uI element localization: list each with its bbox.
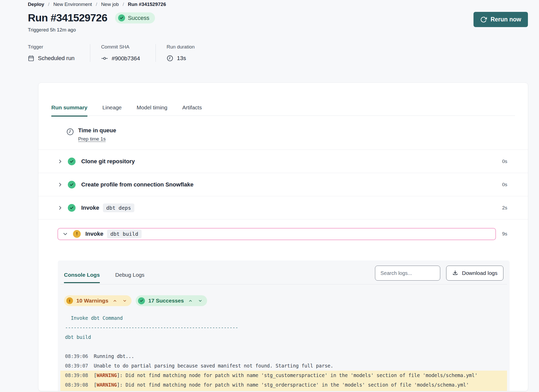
log-line: 08:39:06Running dbt... xyxy=(60,352,507,361)
step-duration: 9s xyxy=(502,231,507,237)
triggered-timestamp: Triggered 5h 12m ago xyxy=(28,27,155,33)
log-line-warning: 08:39:08[WARNING]: Did not find matching… xyxy=(60,380,507,390)
chevron-right-icon[interactable] xyxy=(58,205,63,210)
meta-trigger-value: Scheduled run xyxy=(38,55,75,62)
log-line-warning: 08:39:08[WARNING]: Test 'test.admin_matu… xyxy=(60,390,507,391)
step-duration: 2s xyxy=(502,205,507,211)
step-name: Clone git repository xyxy=(81,158,135,165)
step-name: Invoke xyxy=(85,231,103,237)
breadcrumb-item-deploy[interactable]: Deploy xyxy=(28,2,44,7)
step-duration: 0s xyxy=(502,182,507,187)
step-command-chip: dbt deps xyxy=(103,203,134,212)
clock-icon xyxy=(66,127,74,150)
console-logs-panel: Console Logs Debug Logs Download logs ! … xyxy=(58,260,510,391)
time-in-queue-title: Time in queue xyxy=(78,127,116,134)
meta-run-duration: Run duration 13s xyxy=(156,44,210,62)
step-row-clone-git-repository[interactable]: Clone git repository 0s xyxy=(38,150,528,173)
tab-console-logs[interactable]: Console Logs xyxy=(64,272,100,282)
breadcrumb-separator: / xyxy=(123,2,124,7)
log-line: 08:39:07Unable to do partial parsing bec… xyxy=(60,361,507,371)
next-warning-button chevron-down-icon[interactable] xyxy=(121,298,128,304)
warning-icon: ! xyxy=(73,230,81,238)
prep-time-link[interactable]: Prep time 1s xyxy=(78,136,106,142)
tab-debug-logs[interactable]: Debug Logs xyxy=(115,272,144,282)
prev-warning-button chevron-up-icon[interactable] xyxy=(112,298,118,304)
warnings-count-label: 10 Warnings xyxy=(76,298,108,304)
tab-artifacts[interactable]: Artifacts xyxy=(182,104,202,116)
meta-trigger: Trigger Scheduled run xyxy=(28,44,90,62)
breadcrumb-item-run: Run #341529726 xyxy=(128,2,166,7)
warnings-count-badge: ! 10 Warnings xyxy=(64,295,132,306)
success-check-icon xyxy=(118,14,125,21)
log-line: dbt build xyxy=(60,332,507,342)
download-logs-button[interactable]: Download logs xyxy=(446,266,503,281)
chevron-right-icon[interactable] xyxy=(58,182,63,187)
step-row-invoke-dbt-deps[interactable]: Invoke dbt deps 2s xyxy=(38,196,528,219)
page-title: Run #341529726 xyxy=(28,12,107,24)
meta-duration-label: Run duration xyxy=(167,44,195,50)
success-check-icon xyxy=(68,204,76,212)
run-tabs: Run summary Lineage Model timing Artifac… xyxy=(51,83,515,116)
status-badge-label: Success xyxy=(128,15,149,21)
log-line xyxy=(60,342,507,352)
time-in-queue-section: Time in queue Prep time 1s xyxy=(38,116,528,150)
refresh-icon xyxy=(480,16,487,23)
success-check-icon xyxy=(68,181,76,189)
search-logs-input[interactable] xyxy=(375,266,440,281)
log-line: Invoke dbt Command xyxy=(60,313,507,323)
log-line-warning: 08:39:08[WARNING]: Did not find matching… xyxy=(60,371,507,380)
step-duration: 0s xyxy=(502,159,507,164)
console-log-output: Invoke dbt Command ---------------------… xyxy=(60,313,507,391)
expanded-step-header[interactable]: ! Invoke dbt build xyxy=(58,228,496,240)
breadcrumb-separator: / xyxy=(48,2,49,7)
successes-count-label: 17 Successes xyxy=(148,298,184,304)
next-success-button chevron-down-icon[interactable] xyxy=(197,298,203,304)
meta-commit-sha: Commit SHA #900b7364 xyxy=(90,44,156,62)
log-line: ----------------------------------------… xyxy=(60,323,507,332)
download-logs-label: Download logs xyxy=(462,270,497,276)
warning-icon: ! xyxy=(66,297,73,304)
rerun-now-button[interactable]: Rerun now xyxy=(473,12,528,27)
breadcrumb-separator: / xyxy=(96,2,97,7)
breadcrumb: Deploy / New Environment / New job / Run… xyxy=(28,2,528,7)
meta-duration-value: 13s xyxy=(177,55,186,62)
step-name: Invoke xyxy=(81,205,99,211)
breadcrumb-item-environment[interactable]: New Environment xyxy=(53,2,92,7)
step-name: Create profile from connection Snowflake xyxy=(81,181,193,188)
log-tabs: Console Logs Debug Logs xyxy=(64,266,144,282)
status-badge: Success xyxy=(115,12,155,23)
run-summary-card: Run summary Lineage Model timing Artifac… xyxy=(38,83,528,391)
clock-icon xyxy=(167,55,173,62)
run-meta: Trigger Scheduled run Commit SHA #900b73… xyxy=(28,44,528,62)
step-row-create-profile[interactable]: Create profile from connection Snowflake… xyxy=(38,173,528,196)
calendar-icon xyxy=(28,55,34,62)
page-header: Deploy / New Environment / New job / Run… xyxy=(0,0,539,62)
commit-icon xyxy=(101,55,108,62)
rerun-now-label: Rerun now xyxy=(491,16,521,23)
meta-trigger-label: Trigger xyxy=(28,44,75,50)
success-check-icon xyxy=(68,158,76,165)
prev-success-button chevron-up-icon[interactable] xyxy=(187,298,194,304)
meta-commit-label: Commit SHA xyxy=(101,44,140,50)
tab-lineage[interactable]: Lineage xyxy=(102,104,122,116)
step-row-invoke-dbt-build: ! Invoke dbt build 9s xyxy=(38,219,528,248)
meta-commit-value[interactable]: #900b7364 xyxy=(112,55,140,62)
tab-run-summary[interactable]: Run summary xyxy=(51,104,87,116)
download-icon xyxy=(452,270,458,276)
success-check-icon xyxy=(138,297,145,304)
successes-count-badge: 17 Successes xyxy=(136,295,207,306)
chevron-down-icon[interactable] xyxy=(63,231,68,236)
tab-model-timing[interactable]: Model timing xyxy=(137,104,167,116)
step-command-chip: dbt build xyxy=(107,230,142,238)
chevron-right-icon[interactable] xyxy=(58,159,63,164)
breadcrumb-item-job[interactable]: New job xyxy=(101,2,119,7)
